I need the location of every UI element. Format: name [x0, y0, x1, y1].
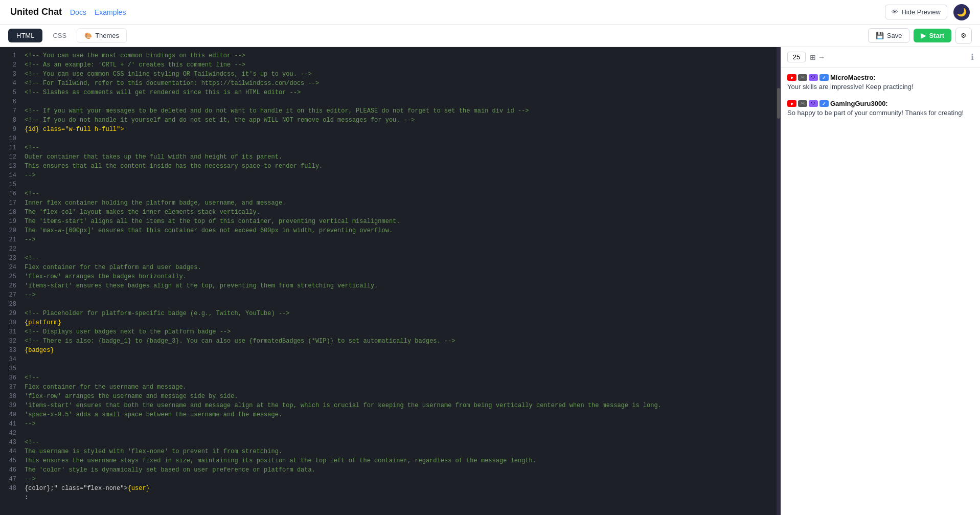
line-number: 43	[0, 438, 16, 447]
settings-button[interactable]: ⚙	[955, 28, 972, 44]
docs-link[interactable]: Docs	[70, 8, 86, 16]
line-number: 19	[0, 217, 16, 226]
tab-themes[interactable]: 🎨 Themes	[77, 28, 127, 43]
themes-icon: 🎨	[84, 32, 92, 39]
line-number: 26	[0, 281, 16, 290]
tabs-right: 💾 Save ▶ Start ⚙	[868, 28, 972, 44]
code-line: 'flex-row' arranges the username and mes…	[25, 392, 777, 401]
gear-icon: ⚙	[961, 32, 967, 39]
save-button[interactable]: 💾 Save	[868, 28, 910, 43]
code-line: -->	[25, 235, 777, 244]
code-line: <!--	[25, 438, 777, 447]
code-line: This ensures the username stays fixed in…	[25, 456, 777, 465]
code-line: <!--	[25, 254, 777, 263]
code-line: The 'items-start' aligns all the items a…	[25, 217, 777, 226]
code-line: <!-- Displays user badges next to the pl…	[25, 327, 777, 337]
code-line: The 'flex-col' layout makes the inner el…	[25, 208, 777, 217]
page-number-input[interactable]	[787, 52, 806, 62]
line-number: 30	[0, 318, 16, 327]
code-line: Outer container that takes up the full w…	[25, 152, 777, 162]
line-number: 40	[0, 410, 16, 419]
preview-panel: ⊞ → ℹ 🎮 MicroMaestro: Your skills are im…	[781, 47, 980, 515]
code-line	[25, 355, 777, 364]
line-number: 7	[0, 106, 16, 116]
message-text: Your skills are impressive! Keep practic…	[787, 82, 974, 92]
header-right: 👁 Hide Preview 🌙	[885, 4, 970, 20]
scrollbar[interactable]	[777, 47, 781, 515]
app-title: United Chat	[10, 7, 62, 17]
line-number: 5	[0, 88, 16, 97]
line-number: 42	[0, 429, 16, 438]
line-number: 39	[0, 401, 16, 410]
line-number: 8	[0, 116, 16, 125]
code-line: <!--	[25, 143, 777, 152]
code-line: Flex container for the platform and user…	[25, 263, 777, 272]
code-line: <!-- If you do not handle it yourself an…	[25, 116, 777, 125]
line-number: 27	[0, 290, 16, 300]
preview-arrows: ⊞ →	[810, 53, 825, 61]
line-number: 32	[0, 337, 16, 346]
code-content[interactable]: <!-- You can use the most common binding…	[20, 47, 777, 515]
line-number: 31	[0, 327, 16, 337]
hide-preview-button[interactable]: 👁 Hide Preview	[885, 5, 947, 19]
examples-link[interactable]: Examples	[95, 8, 126, 16]
code-line: <!--	[25, 189, 777, 198]
save-icon: 💾	[876, 32, 884, 39]
line-number: 12	[0, 152, 16, 162]
preview-info-btn[interactable]: ℹ	[971, 52, 974, 62]
code-line: Flex container for the username and mess…	[25, 383, 777, 392]
line-number: 9	[0, 125, 16, 134]
code-line: -->	[25, 171, 777, 180]
code-line: <!-- For Tailwind, refer to this documen…	[25, 79, 777, 88]
code-line: The 'color' style is dynamically set bas…	[25, 465, 777, 475]
code-line: -->	[25, 290, 777, 300]
game-badge: 🎮	[798, 74, 807, 81]
line-number: 33	[0, 346, 16, 355]
code-line: <!-- Placeholder for platform-specific b…	[25, 309, 777, 318]
avatar[interactable]: 🌙	[953, 4, 970, 20]
line-number: 24	[0, 263, 16, 272]
code-line: <!--	[25, 373, 777, 383]
code-line	[25, 97, 777, 106]
code-line: This ensures that all the content inside…	[25, 162, 777, 171]
code-line: -->	[25, 475, 777, 484]
line-number: 44	[0, 447, 16, 456]
line-number: 45	[0, 456, 16, 465]
play-icon: ▶	[921, 32, 926, 39]
line-number: 3	[0, 70, 16, 79]
line-number: 20	[0, 226, 16, 235]
code-line	[25, 364, 777, 373]
layout-icon: ⊞	[810, 53, 816, 61]
line-number: 37	[0, 383, 16, 392]
preview-page-num: ⊞ →	[787, 52, 825, 62]
code-line: The 'max-w-[600px]' ensures that this co…	[25, 226, 777, 235]
line-number: 41	[0, 419, 16, 429]
line-number: 17	[0, 198, 16, 208]
scrollbar-thumb	[777, 88, 780, 119]
shield-badge	[809, 100, 818, 107]
code-line: <!-- Slashes as comments will get render…	[25, 88, 777, 97]
line-number: 29	[0, 309, 16, 318]
check-badge	[819, 74, 829, 81]
code-line: 'space-x-0.5' adds a small space between…	[25, 410, 777, 419]
shield-badge	[809, 74, 818, 81]
code-line: {badges}	[25, 346, 777, 355]
line-number: 10	[0, 134, 16, 143]
code-line: Inner flex container holding the platfor…	[25, 198, 777, 208]
line-number: 1	[0, 51, 16, 60]
line-number: 48	[0, 484, 16, 493]
main-area: 1234567891011121314151617181920212223242…	[0, 47, 980, 515]
line-number: 36	[0, 373, 16, 383]
code-editor[interactable]: 1234567891011121314151617181920212223242…	[0, 47, 781, 515]
eye-icon: 👁	[892, 8, 898, 16]
tab-html[interactable]: HTML	[8, 29, 42, 42]
line-number: 25	[0, 272, 16, 281]
code-line	[25, 300, 777, 309]
start-button[interactable]: ▶ Start	[914, 29, 951, 42]
check-badge	[819, 100, 829, 107]
chat-area: 🎮 MicroMaestro: Your skills are impressi…	[781, 68, 980, 515]
code-line: {id} class="w-full h-full">	[25, 125, 777, 134]
line-number: 2	[0, 60, 16, 70]
preview-header: ⊞ → ℹ	[781, 47, 980, 68]
tab-css[interactable]: CSS	[44, 29, 75, 42]
